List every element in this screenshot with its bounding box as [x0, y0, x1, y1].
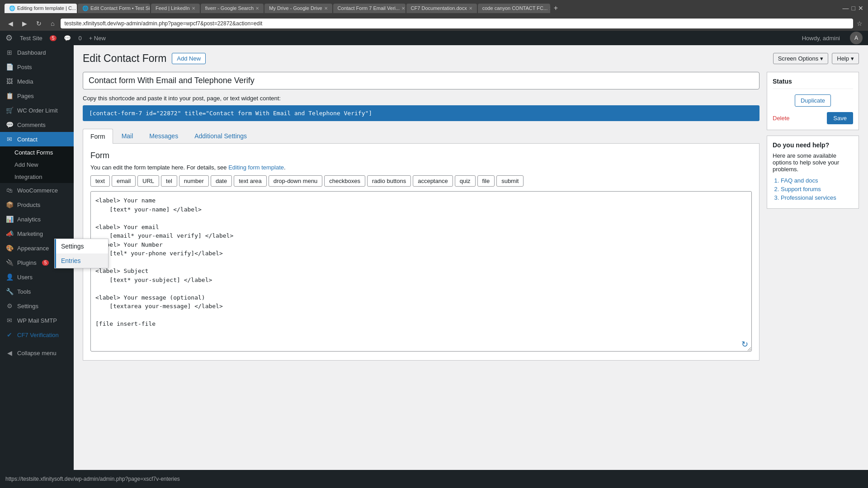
status-bar: https://testsite.xfinitysoft.dev/wp-admi…	[0, 470, 868, 488]
dropdown-tag-button[interactable]: drop-down menu	[269, 175, 323, 187]
browser-tab-4[interactable]: fiverr - Google Search ✕	[201, 4, 264, 13]
posts-icon: 📄	[5, 63, 14, 70]
tab-additional-settings[interactable]: Additional Settings	[187, 128, 255, 143]
browser-tab-2[interactable]: 🌐 Edit Contact Form • Test Si... ✕	[78, 4, 150, 13]
sidebar-item-woocommerce[interactable]: 🛍 WooCommerce	[0, 183, 74, 197]
sidebar-item-analytics[interactable]: 📊 Analytics	[0, 212, 74, 226]
sidebar-item-settings[interactable]: ⚙ Settings	[0, 299, 74, 313]
docs-link[interactable]: docs	[806, 177, 818, 184]
textarea-tag-button[interactable]: text area	[234, 175, 267, 187]
tab-messages[interactable]: Messages	[142, 128, 186, 143]
add-new-button[interactable]: Add New	[172, 53, 206, 64]
contact-submenu: Contact Forms Add New Integration	[0, 146, 74, 183]
browser-tab-7[interactable]: CF7 Documentation.docx ✕	[406, 4, 477, 13]
form-name-input[interactable]	[83, 72, 760, 89]
help-button[interactable]: Help ▾	[832, 53, 859, 64]
address-input[interactable]	[61, 19, 853, 28]
sidebar-item-dashboard[interactable]: ⊞ Dashboard	[0, 45, 74, 60]
window-maximize[interactable]: □	[852, 5, 855, 12]
radio-tag-button[interactable]: radio buttons	[367, 175, 411, 187]
window-close[interactable]: ✕	[858, 5, 863, 12]
sidebar-item-cf7-verification[interactable]: ✔ CF7 Verification	[0, 328, 74, 342]
window-minimize[interactable]: —	[843, 5, 849, 12]
help-item-1[interactable]: FAQ and docs	[781, 177, 853, 184]
save-button[interactable]: Save	[827, 112, 853, 124]
sidebar-item-integration[interactable]: Integration	[0, 171, 74, 183]
browser-tab-5[interactable]: My Drive - Google Drive ✕	[264, 4, 332, 13]
refresh-icon[interactable]: ↻	[741, 339, 748, 349]
sidebar-label-collapse: Collapse menu	[17, 350, 57, 357]
sidebar-label-marketing: Marketing	[17, 230, 43, 237]
acceptance-tag-button[interactable]: acceptance	[413, 175, 453, 187]
new-tab-button[interactable]: +	[551, 4, 561, 13]
submit-tag-button[interactable]: submit	[496, 175, 524, 187]
forward-button[interactable]: ▶	[19, 19, 30, 28]
shortcode-box[interactable]: [contact-form-7 id="22872" title="Contac…	[83, 105, 760, 121]
reload-button[interactable]: ↻	[33, 19, 44, 28]
sidebar-label-settings: Settings	[17, 303, 38, 310]
bookmark-icon[interactable]: ☆	[857, 20, 863, 27]
duplicate-button[interactable]: Duplicate	[795, 94, 831, 107]
tab-close-3[interactable]: ✕	[192, 6, 195, 11]
status-box-title: Status	[773, 78, 853, 89]
sidebar-item-add-new[interactable]: Add New	[0, 159, 74, 171]
popup-settings-item[interactable]: Settings	[55, 239, 108, 253]
sidebar-item-products[interactable]: 📦 Products	[0, 197, 74, 212]
help-item-3[interactable]: Professional services	[781, 194, 853, 201]
sidebar-item-comments[interactable]: 💬 Comments	[0, 117, 74, 132]
sidebar-label-media: Media	[17, 78, 33, 85]
tab-close-5[interactable]: ✕	[324, 6, 328, 11]
tab-form[interactable]: Form	[83, 129, 113, 144]
url-tag-button[interactable]: URL	[137, 175, 159, 187]
sidebar-item-wc-order-limit[interactable]: 🛒 WC Order Limit	[0, 103, 74, 117]
professional-services-link[interactable]: Professional services	[781, 194, 836, 201]
tab-close-8[interactable]: ✕	[549, 6, 550, 11]
sidebar-item-pages[interactable]: 📋 Pages	[0, 89, 74, 103]
plugins-badge: 5	[42, 260, 49, 266]
help-and: and	[794, 177, 804, 184]
sidebar-item-contact-forms[interactable]: Contact Forms	[0, 146, 74, 159]
quiz-tag-button[interactable]: quiz	[455, 175, 476, 187]
editing-form-template-link[interactable]: Editing form template	[228, 164, 284, 171]
date-tag-button[interactable]: date	[211, 175, 232, 187]
browser-tab-3[interactable]: Feed | LinkedIn ✕	[151, 4, 200, 13]
sidebar-label-products: Products	[17, 202, 40, 208]
updates-badge[interactable]: 5	[50, 35, 57, 41]
tab-close-4[interactable]: ✕	[255, 6, 259, 11]
sidebar-item-tools[interactable]: 🔧 Tools	[0, 284, 74, 299]
delete-link[interactable]: Delete	[773, 115, 790, 122]
text-tag-button[interactable]: text	[90, 175, 110, 187]
sidebar-item-contact[interactable]: ✉ Contact	[0, 132, 74, 146]
tab-mail[interactable]: Mail	[114, 128, 141, 143]
tel-tag-button[interactable]: tel	[161, 175, 177, 187]
checkboxes-tag-button[interactable]: checkboxes	[324, 175, 365, 187]
tab-close-7[interactable]: ✕	[469, 6, 472, 11]
popup-entries-item[interactable]: Entries	[55, 253, 108, 268]
browser-tab-6[interactable]: Contact Form 7 Email Veri... ✕	[333, 4, 406, 13]
sidebar-item-media[interactable]: 🖼 Media	[0, 74, 74, 89]
new-content-button[interactable]: + New	[89, 35, 106, 42]
support-forums-link[interactable]: Support forums	[781, 186, 821, 192]
comments-icon[interactable]: 💬	[64, 35, 71, 42]
admin-avatar[interactable]: A	[850, 32, 863, 44]
site-name[interactable]: Test Site	[20, 35, 42, 42]
back-button[interactable]: ◀	[5, 19, 16, 28]
form-template-textarea[interactable]: <label> Your name [text* your-name] </la…	[90, 191, 752, 352]
sidebar-item-posts[interactable]: 📄 Posts	[0, 60, 74, 74]
sidebar-item-wp-mail-smtp[interactable]: ✉ WP Mail SMTP	[0, 313, 74, 328]
comments-count[interactable]: 0	[78, 35, 81, 42]
email-tag-button[interactable]: email	[112, 175, 136, 187]
active-tab[interactable]: 🌐 Editing form template | C... ✕	[5, 4, 77, 13]
browser-tab-8[interactable]: code canyon CONTACT FC... ✕	[478, 4, 550, 13]
number-tag-button[interactable]: number	[179, 175, 209, 187]
tab-close-6[interactable]: ✕	[401, 6, 405, 11]
file-tag-button[interactable]: file	[477, 175, 495, 187]
faq-link[interactable]: FAQ	[781, 177, 793, 184]
tab-label: Editing form template | C...	[17, 5, 76, 11]
home-button[interactable]: ⌂	[48, 19, 57, 28]
screen-options-button[interactable]: Screen Options ▾	[773, 53, 829, 64]
sidebar-item-collapse[interactable]: ◀ Collapse menu	[0, 346, 74, 360]
sidebar-item-users[interactable]: 👤 Users	[0, 270, 74, 284]
help-item-2[interactable]: Support forums	[781, 186, 853, 192]
wp-logo[interactable]: ⚙	[5, 33, 13, 43]
